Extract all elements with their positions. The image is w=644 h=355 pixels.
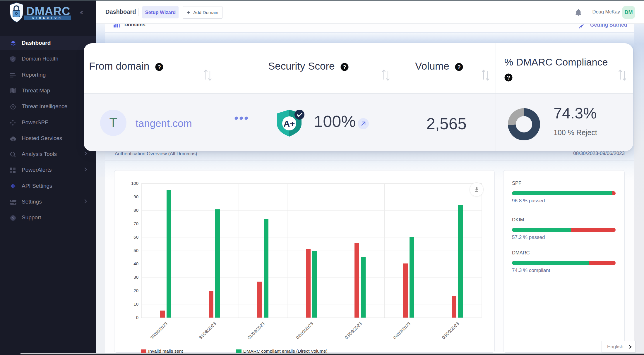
svg-text:?: ?: [507, 75, 510, 81]
svg-text:?: ?: [457, 64, 461, 70]
svg-text:?: ?: [343, 64, 346, 70]
svg-text:A+: A+: [283, 119, 295, 128]
svg-text:?: ?: [157, 64, 161, 70]
